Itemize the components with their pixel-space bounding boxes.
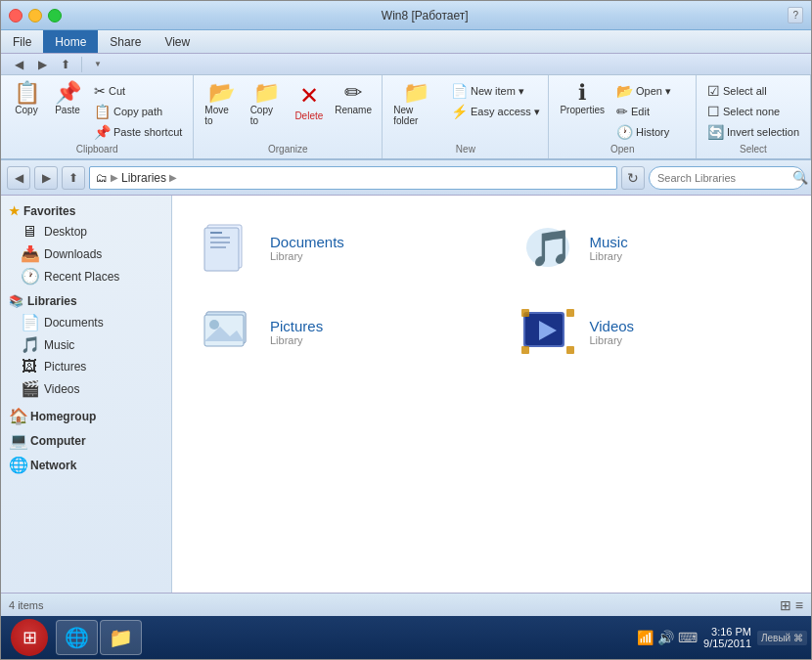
library-item-pictures[interactable]: Pictures Library — [192, 299, 473, 364]
copy-to-button[interactable]: 📁 Copy to — [246, 79, 288, 129]
view-large-icon[interactable]: ⊞ — [780, 597, 791, 613]
sidebar-item-documents[interactable]: 📄 Documents — [1, 311, 171, 333]
clock[interactable]: 3:16 PM 9/15/2011 — [703, 626, 751, 649]
menu-view[interactable]: View — [153, 30, 202, 53]
paste-shortcut-button[interactable]: 📌 Paste shortcut — [89, 122, 187, 142]
maximize-button[interactable] — [48, 9, 62, 22]
copy-button[interactable]: 📋 Copy — [7, 79, 46, 118]
sidebar-other-section: 🏠 Homegroup 💻 Computer 🌐 Network — [1, 404, 171, 477]
invert-selection-button[interactable]: 🔄 Invert selection — [702, 122, 804, 142]
view-list-icon[interactable]: ≡ — [795, 597, 803, 613]
new-item-button[interactable]: 📄 New item ▾ — [446, 81, 542, 101]
address-bar: ◀ ▶ ⬆ 🗂 ▶ Libraries ▶ ↻ 🔍 — [1, 160, 811, 196]
sidebar-item-pictures[interactable]: 🖼 Pictures — [1, 356, 171, 377]
delete-button[interactable]: ✕ Delete — [290, 79, 329, 124]
open-icon: 📂 — [616, 83, 633, 99]
window-controls — [9, 9, 62, 22]
ribbon-select-row: ☑ Select all ☐ Select none 🔄 Invert sele… — [702, 79, 804, 142]
copy-path-icon: 📋 — [94, 104, 111, 119]
address-path[interactable]: 🗂 ▶ Libraries ▶ — [89, 166, 617, 190]
menu-file[interactable]: File — [1, 30, 43, 53]
new-small-btns: 📄 New item ▾ ⚡ Easy access ▾ — [446, 79, 542, 121]
sidebar-item-music[interactable]: 🎵 Music — [1, 333, 171, 356]
svg-rect-16 — [521, 309, 529, 317]
ime-area[interactable]: Левый ⌘ — [757, 631, 807, 645]
new-folder-button[interactable]: 📁 New folder — [388, 79, 444, 129]
quick-dropdown[interactable]: ▼ — [88, 56, 108, 73]
menu-home[interactable]: Home — [43, 30, 98, 53]
paste-button[interactable]: 📌 Paste — [48, 79, 87, 118]
back-button[interactable]: ◀ — [7, 166, 30, 190]
videos-info: Videos Library — [590, 318, 635, 346]
library-item-music[interactable]: 🎵 Music Library — [512, 215, 792, 280]
svg-rect-1 — [204, 228, 239, 271]
sidebar-computer-item[interactable]: 💻 Computer — [1, 428, 171, 453]
windows-logo: ⊞ — [23, 627, 37, 648]
ribbon-open-group: ℹ Properties 📂 Open ▾ ✏ Edit 🕐 — [549, 75, 697, 158]
ribbon-clipboard-group: 📋 Copy 📌 Paste ✂ Cut 📋 Copy path — [1, 75, 194, 158]
forward-button[interactable]: ▶ — [34, 166, 58, 190]
status-bar: 4 items ⊞ ≡ — [1, 593, 811, 616]
search-input[interactable] — [657, 172, 792, 184]
sidebar-favorites-header[interactable]: ★ Favorites — [1, 201, 171, 221]
status-bar-right: ⊞ ≡ — [780, 597, 803, 613]
refresh-button[interactable]: ↻ — [621, 166, 645, 190]
tray-network-icon[interactable]: 📶 — [637, 630, 654, 645]
sidebar-item-desktop[interactable]: 🖥 Desktop — [1, 221, 171, 242]
select-all-button[interactable]: ☑ Select all — [702, 81, 804, 101]
copy-path-button[interactable]: 📋 Copy path — [89, 102, 187, 121]
sidebar-item-videos[interactable]: 🎬 Videos — [1, 377, 171, 400]
library-item-videos[interactable]: Videos Library — [512, 299, 792, 364]
select-btns: ☑ Select all ☐ Select none 🔄 Invert sele… — [702, 79, 804, 142]
downloads-icon: 📥 — [21, 244, 38, 263]
sidebar-item-downloads[interactable]: 📥 Downloads — [1, 242, 171, 265]
music-library-icon: 🎵 — [519, 223, 578, 272]
path-separator: 🗂 — [96, 171, 108, 185]
ime-label: Левый ⌘ — [761, 633, 803, 643]
main-area: ★ Favorites 🖥 Desktop 📥 Downloads 🕐 Rece… — [1, 196, 811, 593]
new-folder-icon: 📁 — [403, 82, 429, 104]
taskbar-ie-button[interactable]: 🌐 — [56, 620, 98, 655]
paste-shortcut-icon: 📌 — [94, 124, 111, 140]
tray-keyboard-icon[interactable]: ⌨ — [678, 630, 698, 645]
properties-button[interactable]: ℹ Properties — [555, 79, 609, 118]
documents-info: Documents Library — [270, 234, 344, 262]
select-none-button[interactable]: ☐ Select none — [702, 102, 804, 121]
sidebar-libraries-header[interactable]: 📚 Libraries — [1, 291, 171, 311]
quick-up[interactable]: ⬆ — [56, 56, 75, 73]
tray-volume-icon[interactable]: 🔊 — [657, 630, 674, 645]
sidebar-network-item[interactable]: 🌐 Network — [1, 453, 171, 477]
rename-button[interactable]: ✏ Rename — [331, 79, 376, 118]
minimize-button[interactable] — [28, 9, 42, 22]
quick-forward[interactable]: ▶ — [32, 56, 52, 73]
sidebar: ★ Favorites 🖥 Desktop 📥 Downloads 🕐 Rece… — [1, 196, 172, 593]
edit-button[interactable]: ✏ Edit — [611, 102, 690, 121]
move-to-button[interactable]: 📂 Move to — [200, 79, 243, 129]
close-button[interactable] — [9, 9, 23, 22]
cut-button[interactable]: ✂ Cut — [89, 81, 187, 101]
edit-icon: ✏ — [616, 104, 628, 119]
easy-access-button[interactable]: ⚡ Easy access ▾ — [446, 102, 542, 121]
menu-share[interactable]: Share — [98, 30, 153, 53]
sidebar-item-recent-places[interactable]: 🕐 Recent Places — [1, 265, 171, 287]
svg-rect-5 — [210, 232, 222, 234]
history-button[interactable]: 🕐 History — [611, 122, 690, 142]
path-libraries: Libraries — [121, 171, 166, 185]
clock-time: 3:16 PM — [703, 626, 751, 638]
quick-back[interactable]: ◀ — [9, 56, 28, 73]
recent-places-icon: 🕐 — [21, 267, 38, 286]
music-info: Music Library — [590, 234, 628, 262]
start-button[interactable]: ⊞ — [5, 618, 54, 657]
library-item-documents[interactable]: Documents Library — [192, 215, 473, 280]
sidebar-libraries-section: 📚 Libraries 📄 Documents 🎵 Music 🖼 Pictur… — [1, 291, 171, 400]
search-box[interactable]: 🔍 — [649, 166, 805, 190]
up-button[interactable]: ⬆ — [62, 166, 85, 190]
svg-rect-19 — [566, 346, 574, 354]
help-button[interactable]: ? — [788, 7, 803, 23]
sidebar-videos-icon: 🎬 — [21, 379, 38, 398]
sidebar-homegroup-item[interactable]: 🏠 Homegroup — [1, 404, 171, 428]
pictures-library-icon — [200, 307, 258, 356]
open-button[interactable]: 📂 Open ▾ — [611, 81, 690, 101]
taskbar-explorer-button[interactable]: 📁 — [100, 620, 142, 655]
toolbar-separator — [81, 57, 82, 72]
